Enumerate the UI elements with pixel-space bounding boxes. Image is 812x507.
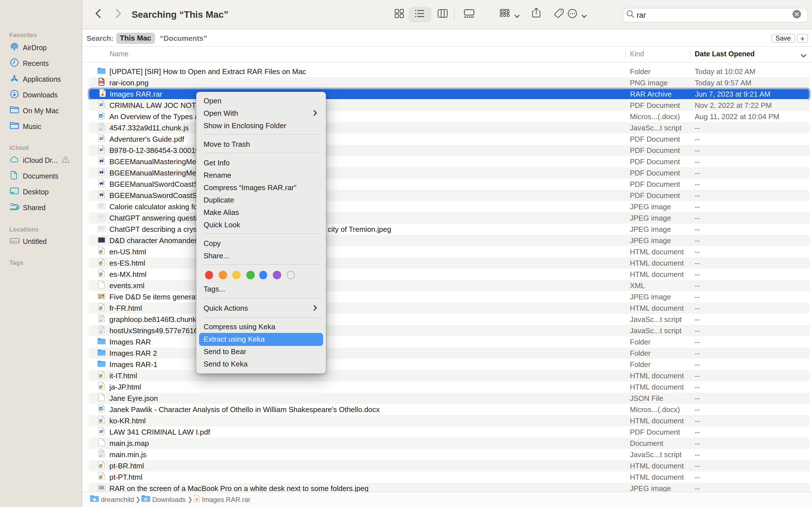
svg-text:JS: JS	[100, 320, 102, 322]
svg-text:RAR: RAR	[99, 81, 103, 83]
svg-text:W: W	[100, 114, 102, 117]
svg-text:JS: JS	[100, 128, 102, 130]
svg-text:W: W	[100, 407, 102, 410]
svg-text:JS: JS	[100, 455, 102, 457]
svg-text:JS: JS	[100, 331, 102, 333]
